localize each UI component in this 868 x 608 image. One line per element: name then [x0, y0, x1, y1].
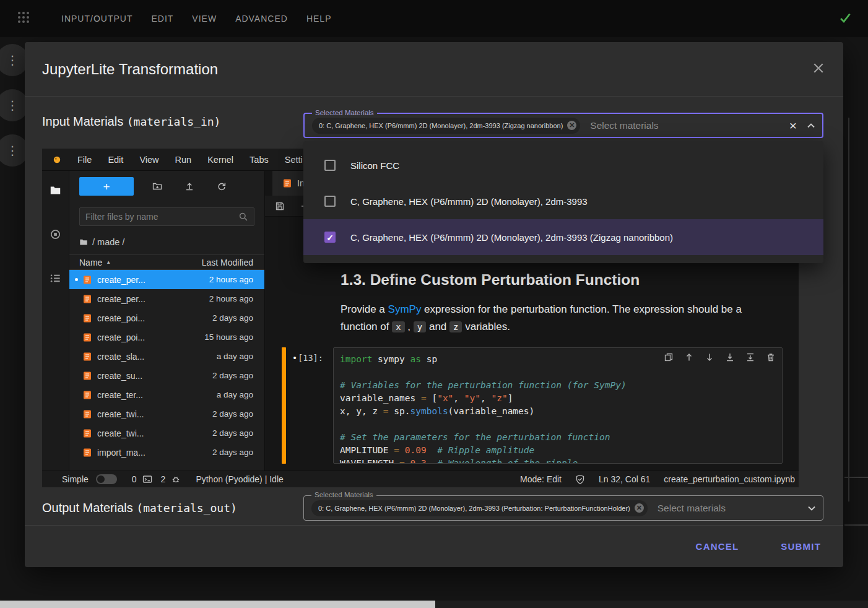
unsaved-dot: •	[292, 353, 297, 363]
file-modified: a day ago	[217, 352, 253, 361]
file-row[interactable]: create_per...2 hours ago	[69, 289, 264, 308]
code-cell[interactable]: import sympy as sp # Variables for the p…	[333, 347, 783, 464]
file-modified: 2 hours ago	[209, 294, 253, 303]
sympy-link[interactable]: SymPy	[388, 303, 422, 315]
topbar-menu-item[interactable]: VIEW	[183, 14, 226, 24]
left-sidebar	[42, 171, 69, 471]
running-sessions-icon[interactable]	[50, 228, 61, 243]
terminal-icon	[142, 474, 152, 484]
selected-material-chip[interactable]: 0: C, Graphene, HEX (P6/mmm) 2D (Monolay…	[311, 500, 648, 516]
column-name[interactable]: Name	[79, 258, 102, 267]
jupyterlab-menu-item[interactable]: Edit	[100, 155, 131, 165]
kernel-bug-icon	[171, 474, 181, 484]
select-legend: Selected Materials	[311, 491, 376, 498]
code-line	[340, 366, 776, 379]
move-cell-up-icon[interactable]	[684, 352, 694, 362]
jupyterlab-menu-item[interactable]: View	[131, 155, 167, 165]
success-check-icon[interactable]	[838, 11, 852, 27]
file-row[interactable]: create_sla...a day ago	[69, 347, 264, 366]
dialog-title: JupyterLite Transformation	[42, 61, 218, 78]
file-row[interactable]: create_per...2 hours ago	[69, 270, 264, 289]
screen: INPUT/OUTPUTEDITVIEWADVANCEDHELP ⋮ ⋮ ⋮ J…	[0, 0, 868, 608]
breadcrumb[interactable]: / made /	[79, 235, 254, 250]
refresh-icon[interactable]	[217, 181, 227, 191]
notebook-file-icon	[82, 371, 92, 381]
filter-files-input[interactable]: Filter files by name	[79, 207, 254, 226]
topbar-menu-item[interactable]: INPUT/OUTPUT	[52, 14, 142, 24]
file-row[interactable]: import_ma...2 days ago	[69, 443, 264, 462]
delete-cell-icon[interactable]	[766, 352, 776, 362]
file-browser-icon[interactable]	[50, 185, 61, 199]
inline-code-y: y	[414, 321, 426, 332]
submit-button[interactable]: SUBMIT	[777, 541, 825, 552]
notebook-file-icon	[82, 428, 92, 438]
kebab-menu-icon: ⋮	[6, 98, 19, 113]
cell-collapser[interactable]	[282, 347, 286, 464]
insert-cell-above-icon[interactable]	[725, 352, 735, 362]
code-line: # Set the parameters for the perturbatio…	[340, 431, 776, 444]
file-modified: 2 days ago	[212, 313, 253, 323]
upload-icon[interactable]	[184, 181, 194, 191]
topbar-menu-item[interactable]: EDIT	[142, 14, 183, 24]
kernels-count[interactable]: 2	[161, 474, 166, 484]
insert-cell-below-icon[interactable]	[745, 352, 755, 362]
cursor-position[interactable]: Ln 32, Col 61	[599, 474, 650, 484]
checkbox-icon[interactable]: ✓	[324, 232, 336, 243]
table-of-contents-icon[interactable]	[50, 272, 61, 287]
background-divider	[844, 477, 868, 478]
inline-code-x: x	[392, 321, 404, 332]
jupyterlab-menu-item[interactable]: Kernel	[199, 155, 241, 165]
material-option[interactable]: C, Graphene, HEX (P6/mmm) 2D (Monolayer)…	[303, 183, 823, 219]
terminals-count[interactable]: 0	[132, 474, 137, 484]
selected-material-chip[interactable]: 0: C, Graphene, HEX (P6/mmm) 2D (Monolay…	[312, 118, 580, 134]
file-row[interactable]: create_ter...a day ago	[69, 385, 264, 404]
material-option[interactable]: ✓C, Graphene, HEX (P6/mmm) 2D (Monolayer…	[303, 219, 823, 255]
app-logo-icon[interactable]	[16, 10, 31, 27]
cancel-button[interactable]: CANCEL	[692, 541, 743, 552]
checkbox-icon[interactable]	[324, 196, 336, 207]
mode-indicator[interactable]: Mode: Edit	[520, 474, 562, 484]
file-row[interactable]: create_twi...2 days ago	[69, 404, 264, 423]
cell-toolbar	[659, 352, 776, 362]
background-divider	[844, 524, 868, 526]
scrollbar-thumb[interactable]	[0, 601, 435, 608]
search-icon	[238, 212, 248, 222]
close-icon[interactable]	[811, 61, 826, 78]
file-row[interactable]: create_poi...15 hours ago	[69, 328, 264, 347]
jupyterlab-menu-item[interactable]: File	[69, 155, 100, 165]
column-last-modified[interactable]: Last Modified	[202, 258, 253, 267]
material-option-label: C, Graphene, HEX (P6/mmm) 2D (Monolayer)…	[350, 196, 588, 207]
clear-selection-icon[interactable]: ×	[789, 119, 797, 132]
chip-remove-icon[interactable]: ✕	[567, 121, 576, 130]
save-icon[interactable]	[275, 201, 285, 211]
output-materials-select[interactable]: Selected Materials 0: C, Graphene, HEX (…	[303, 495, 823, 521]
kernel-status[interactable]: Python (Pyodide) | Idle	[196, 474, 283, 484]
sort-ascending-icon: ▲	[106, 259, 111, 265]
new-folder-icon[interactable]	[152, 181, 162, 191]
new-launcher-button[interactable]: +	[79, 177, 134, 196]
notebook-icon	[282, 178, 292, 188]
horizontal-scrollbar[interactable]	[0, 601, 868, 608]
input-materials-select[interactable]: Selected Materials 0: C, Graphene, HEX (…	[303, 113, 823, 138]
jupyterlab-menu-item[interactable]: Tabs	[241, 155, 277, 165]
topbar-menu-item[interactable]: HELP	[297, 14, 341, 24]
chevron-up-icon[interactable]	[806, 121, 816, 131]
chevron-down-icon[interactable]	[807, 503, 817, 513]
duplicate-cell-icon[interactable]	[664, 352, 674, 362]
topbar-menu-item[interactable]: ADVANCED	[226, 14, 297, 24]
move-cell-down-icon[interactable]	[705, 352, 714, 362]
notebook-file-icon	[82, 352, 92, 362]
jupyterlab-menu-item[interactable]: Run	[167, 155, 200, 165]
checkbox-icon[interactable]	[324, 160, 336, 171]
file-name: import_ma...	[97, 448, 145, 458]
materials-dropdown-menu: Silicon FCCC, Graphene, HEX (P6/mmm) 2D …	[303, 141, 823, 263]
file-row[interactable]: create_su...2 days ago	[69, 366, 264, 385]
file-row[interactable]: create_twi...2 days ago	[69, 423, 264, 443]
simple-mode-toggle[interactable]	[96, 474, 117, 484]
main-menu: INPUT/OUTPUTEDITVIEWADVANCEDHELP	[52, 14, 341, 24]
trust-shield-icon	[575, 474, 585, 484]
code-editor[interactable]: import sympy as sp # Variables for the p…	[340, 353, 776, 464]
chip-remove-icon[interactable]: ✕	[635, 503, 644, 513]
material-option[interactable]: Silicon FCC	[303, 147, 823, 183]
file-row[interactable]: create_poi...2 days ago	[69, 308, 264, 328]
